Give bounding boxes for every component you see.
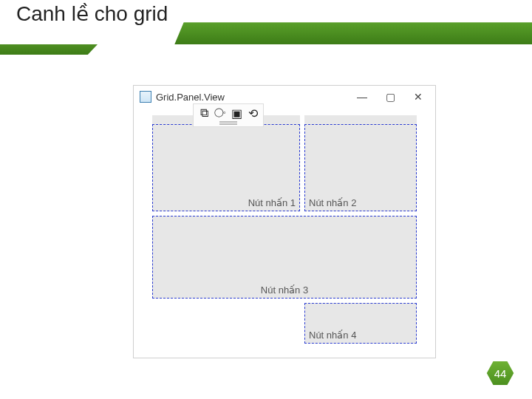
grid-panel-window: Grid.Panel.View — ▢ ✕ ⧉ ⧂ ▣ ⟲ Nút nhấn 1…	[133, 85, 436, 358]
grid-cell-3[interactable]: Nút nhấn 3	[152, 216, 417, 299]
grid-client-area: Nút nhấn 1 Nút nhấn 2 Nút nhấn 3 Nút nhấ…	[152, 115, 418, 347]
close-button[interactable]: ✕	[404, 91, 432, 103]
page-number: 44	[494, 367, 507, 380]
window-buttons: — ▢ ✕	[348, 86, 432, 108]
toolbar-icon-1[interactable]: ⧉	[197, 106, 211, 120]
slide-title: Canh lề cho grid	[16, 1, 168, 26]
cell-2-label: Nút nhấn 2	[309, 197, 356, 208]
toolbar-grip-icon	[219, 121, 237, 123]
cell-1-label: Nút nhấn 1	[248, 197, 296, 208]
slide-header: Canh lề cho grid	[0, 0, 532, 55]
window-titlebar: Grid.Panel.View — ▢ ✕	[134, 86, 435, 108]
cell-4-label: Nút nhấn 4	[309, 330, 356, 341]
header-notch	[0, 44, 98, 55]
grid-cell-4[interactable]: Nút nhấn 4	[304, 303, 417, 344]
app-icon	[140, 91, 151, 103]
designer-toolbar: ⧉ ⧂ ▣ ⟲	[193, 103, 264, 127]
window-title: Grid.Panel.View	[156, 92, 225, 103]
maximize-button[interactable]: ▢	[376, 91, 404, 103]
grid-cell-2[interactable]: Nút nhấn 2	[304, 115, 417, 211]
toolbar-icon-4[interactable]: ⟲	[246, 106, 259, 120]
minimize-button[interactable]: —	[348, 91, 376, 103]
cell-3-label: Nút nhấn 3	[261, 284, 308, 296]
grid-cell-1[interactable]: Nút nhấn 1	[152, 115, 300, 211]
toolbar-icon-2[interactable]: ⧂	[214, 106, 227, 120]
page-number-badge: 44	[486, 361, 514, 386]
toolbar-icon-3[interactable]: ▣	[230, 106, 243, 120]
